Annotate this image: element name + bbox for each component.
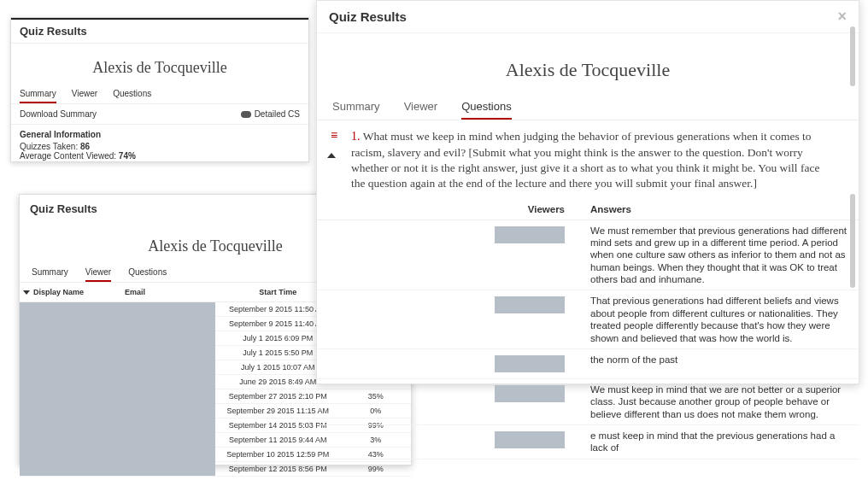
- avg-watched-value: 74%: [119, 151, 136, 161]
- tab-viewer[interactable]: Viewer: [72, 85, 97, 103]
- question-number: 1.: [351, 130, 361, 143]
- redacted-viewer-cell: [495, 226, 565, 243]
- quizzes-taken-label: Quizzes Taken:: [20, 142, 78, 151]
- avg-watched-label: Average Content Viewed:: [20, 151, 116, 161]
- tab-questions[interactable]: Questions: [128, 264, 167, 282]
- quiz-results-summary-panel: Quiz Results Alexis de Tocqueville Summa…: [10, 17, 309, 162]
- download-summary-link[interactable]: Download Summary: [20, 109, 97, 119]
- panel-title: Quiz Results: [30, 202, 97, 215]
- scrollbar[interactable]: [850, 26, 855, 86]
- tab-viewer[interactable]: Viewer: [85, 264, 111, 282]
- col-viewers[interactable]: Viewers: [317, 199, 582, 220]
- tabs-a: Summary Viewer Questions: [11, 85, 308, 104]
- quiz-results-questions-panel: Quiz Results × Alexis de Tocqueville Sum…: [316, 0, 859, 384]
- redacted-viewer-cell: [495, 296, 565, 313]
- reorder-handle-icon[interactable]: ≡: [331, 129, 344, 141]
- detailed-csv-link[interactable]: Detailed CS: [255, 109, 300, 119]
- question-text: What must we keep in mind when judging t…: [351, 130, 819, 190]
- scrollbar[interactable]: [850, 194, 855, 288]
- start-time-cell: September 12 2015 8:56 PM: [215, 462, 341, 477]
- sort-desc-icon[interactable]: [23, 290, 30, 295]
- redacted-email-cell: [121, 302, 215, 477]
- redacted-viewer-cell: [495, 431, 565, 448]
- tab-summary[interactable]: Summary: [20, 85, 56, 103]
- quiz-name-heading: Alexis de Tocqueville: [11, 44, 308, 85]
- download-row: Download Summary Detailed CS: [11, 104, 308, 125]
- answer-text: We must remember that previous generatio…: [582, 220, 859, 290]
- answers-table: Viewers Answers We must remember that pr…: [317, 199, 859, 460]
- panel-title: Quiz Results: [11, 20, 308, 44]
- collapse-up-icon[interactable]: [327, 153, 336, 158]
- general-info-heading: General Information: [20, 130, 300, 139]
- redacted-viewer-cell: [495, 355, 565, 372]
- close-icon[interactable]: ×: [837, 8, 847, 26]
- quiz-name-heading: Alexis de Tocqueville: [317, 33, 859, 95]
- general-info-block: General Information Quizzes Taken: 86 Av…: [11, 125, 308, 166]
- col-answers[interactable]: Answers: [582, 199, 859, 220]
- tabs-c: Summary Viewer Questions: [317, 95, 859, 120]
- answer-row: e must keep in mind that the previous ge…: [317, 425, 859, 460]
- col-email[interactable]: Email: [121, 283, 215, 302]
- tab-questions[interactable]: Questions: [461, 95, 512, 120]
- answer-text: We must keep in mind that we are not bet…: [582, 378, 859, 424]
- tab-summary[interactable]: Summary: [332, 95, 380, 120]
- question-row: ≡ 1. What must we keep in mind when judg…: [317, 120, 859, 199]
- quizzes-taken-value: 86: [80, 142, 90, 151]
- redacted-viewer-cell: [495, 385, 565, 402]
- answer-text: That previous generations had different …: [582, 290, 859, 349]
- content-watched-cell: 99%: [341, 462, 411, 477]
- tab-summary[interactable]: Summary: [32, 264, 68, 282]
- answer-row: That previous generations had different …: [317, 290, 859, 349]
- answer-row: We must remember that previous generatio…: [317, 220, 859, 290]
- quizzes-taken-row: Quizzes Taken: 86: [20, 142, 300, 151]
- panel-title: Quiz Results: [329, 9, 407, 24]
- col-display-name[interactable]: Display Name: [20, 283, 121, 302]
- answer-row: the norm of the past: [317, 348, 859, 378]
- tab-questions[interactable]: Questions: [113, 85, 151, 103]
- answer-text: the norm of the past: [582, 348, 859, 378]
- answer-text: e must keep in mind that the previous ge…: [582, 425, 859, 460]
- tab-viewer[interactable]: Viewer: [404, 95, 438, 120]
- answer-row: We must keep in mind that we are not bet…: [317, 378, 859, 424]
- redacted-name-cell: [20, 302, 121, 477]
- avg-watched-row: Average Content Viewed: 74%: [20, 151, 300, 161]
- cloud-download-icon[interactable]: [241, 111, 251, 118]
